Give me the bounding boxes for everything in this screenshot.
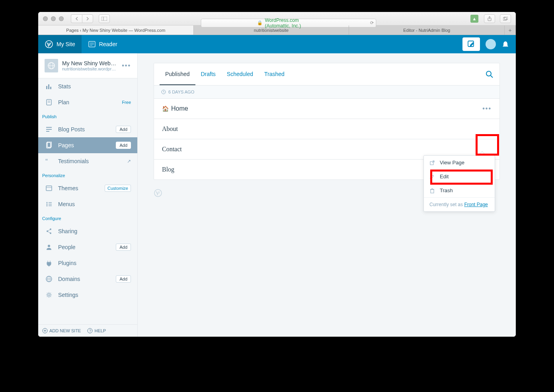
svg-rect-15 — [48, 84, 49, 89]
avatar[interactable] — [486, 39, 496, 49]
tab-drafts[interactable]: Drafts — [195, 63, 221, 85]
customize-button[interactable]: Customize — [105, 185, 131, 192]
close-dot[interactable] — [43, 16, 48, 21]
edit-icon — [429, 174, 436, 179]
popover-footer: Currently set as Front Page — [424, 197, 495, 211]
help-icon: ? — [87, 328, 93, 333]
tabs-button[interactable] — [500, 14, 511, 23]
svg-rect-54 — [431, 189, 434, 193]
add-page-button[interactable]: Add — [116, 142, 131, 149]
site-url: nutritionistwebsite.wordpress.c — [62, 66, 118, 71]
svg-rect-16 — [50, 87, 51, 89]
extension-icon[interactable]: ▲ — [470, 15, 478, 23]
add-domain-button[interactable]: Add — [116, 275, 131, 283]
sidebar-item-pages[interactable]: Pages Add — [38, 137, 137, 153]
svg-point-43 — [48, 294, 50, 296]
new-tab-button[interactable]: + — [505, 25, 516, 35]
search-button[interactable] — [485, 70, 494, 79]
lock-icon: 🔒 — [257, 20, 263, 25]
row-actions-popover: View Page Edit Trash Currently set as Fr… — [423, 155, 495, 212]
share-button[interactable] — [484, 14, 495, 23]
sharing-icon — [45, 228, 53, 235]
sidebar-item-blog-posts[interactable]: Blog Posts Add — [38, 121, 137, 137]
wordpress-icon — [45, 40, 53, 49]
browser-window: 🔒 WordPress.com (Automattic, Inc.) ⟳ ▲ P… — [38, 12, 516, 337]
titlebar: 🔒 WordPress.com (Automattic, Inc.) ⟳ ▲ — [38, 12, 516, 25]
home-icon: 🏠 — [162, 105, 169, 112]
plus-circle-icon — [42, 328, 48, 333]
page-row-about[interactable]: About — [154, 119, 499, 139]
row-menu-button[interactable]: ••• — [482, 105, 492, 112]
my-site-button[interactable]: My Site — [38, 35, 82, 53]
svg-point-49 — [486, 71, 491, 76]
browser-tab-3[interactable]: Editor - NutriAdmin Blog — [349, 25, 505, 35]
nav-buttons — [71, 14, 93, 23]
plan-badge: Free — [122, 100, 131, 105]
sidebar-item-people[interactable]: People Add — [38, 239, 137, 255]
svg-text:“: “ — [45, 158, 48, 165]
tab-scheduled[interactable]: Scheduled — [221, 63, 259, 85]
pencil-icon — [467, 40, 475, 48]
browser-tab-2[interactable]: nutritionistwebsite — [194, 25, 349, 35]
sidebar-item-themes[interactable]: Themes Customize — [38, 180, 137, 196]
popover-trash[interactable]: Trash — [424, 183, 495, 197]
tab-published[interactable]: Published — [160, 63, 195, 85]
add-people-button[interactable]: Add — [116, 244, 131, 251]
sidebar-item-testimonials[interactable]: “ Testimonials ↗ — [38, 153, 137, 169]
sidebar-item-sharing[interactable]: Sharing — [38, 223, 137, 239]
external-icon: ↗ — [127, 158, 131, 164]
svg-rect-26 — [46, 186, 52, 191]
svg-point-28 — [47, 202, 48, 203]
sidebar-toggle[interactable] — [99, 14, 110, 23]
sidebar-footer: ADD NEW SITE ?HELP — [38, 324, 137, 337]
external-link-icon — [429, 160, 436, 166]
sidebar-item-domains[interactable]: Domains Add — [38, 271, 137, 287]
testimonials-icon: “ — [45, 158, 53, 165]
svg-line-38 — [48, 232, 50, 233]
plan-icon — [45, 99, 53, 106]
svg-point-39 — [48, 245, 50, 247]
notifications-icon[interactable] — [501, 41, 509, 48]
reader-button[interactable]: Reader — [82, 35, 124, 53]
tab-trashed[interactable]: Trashed — [259, 63, 290, 85]
svg-point-5 — [45, 41, 53, 48]
menus-icon — [45, 201, 53, 208]
sidebar-item-plan[interactable]: Plan Free — [38, 94, 137, 110]
masterbar-right — [462, 37, 516, 51]
site-menu-icon[interactable]: ••• — [122, 62, 131, 69]
sidebar-item-settings[interactable]: Settings — [38, 287, 137, 303]
page-tabs: Published Drafts Scheduled Trashed — [154, 63, 499, 86]
minimize-dot[interactable] — [51, 16, 56, 21]
help-button[interactable]: ?HELP — [87, 328, 106, 333]
back-button[interactable] — [71, 14, 82, 23]
add-new-site-button[interactable]: ADD NEW SITE — [42, 328, 81, 333]
browser-tab-1[interactable]: Pages ‹ My New Shiny Website — WordPress… — [38, 25, 194, 35]
zoom-dot[interactable] — [59, 16, 64, 21]
popover-edit[interactable]: Edit — [424, 170, 495, 183]
trash-icon — [429, 188, 436, 193]
front-page-link[interactable]: Front Page — [464, 202, 488, 207]
svg-rect-0 — [101, 17, 107, 21]
themes-icon — [45, 185, 53, 192]
svg-point-30 — [47, 204, 48, 205]
popover-view-page[interactable]: View Page — [424, 156, 495, 170]
sidebar-item-stats[interactable]: Stats — [38, 78, 137, 94]
stats-icon — [45, 83, 53, 90]
sidebar-item-plugins[interactable]: Plugins — [38, 255, 137, 271]
sidebar-item-menus[interactable]: Menus — [38, 196, 137, 212]
site-card[interactable]: My New Shiny Website nutritionistwebsite… — [38, 53, 137, 78]
settings-icon — [45, 291, 53, 298]
add-post-button[interactable]: Add — [116, 126, 131, 133]
svg-text:?: ? — [89, 329, 91, 333]
reload-icon[interactable]: ⟳ — [370, 20, 374, 25]
window-controls — [43, 16, 64, 21]
publish-heading: Publish — [38, 110, 137, 121]
search-icon — [485, 70, 494, 79]
forward-button[interactable] — [82, 14, 93, 23]
svg-rect-3 — [503, 18, 507, 20]
compose-button[interactable] — [462, 37, 480, 51]
masterbar: My Site Reader — [38, 35, 516, 53]
page-row-home[interactable]: 🏠Home ••• — [154, 99, 499, 119]
site-title: My New Shiny Website — [62, 60, 118, 66]
time-header: 6 DAYS AGO — [154, 86, 499, 99]
